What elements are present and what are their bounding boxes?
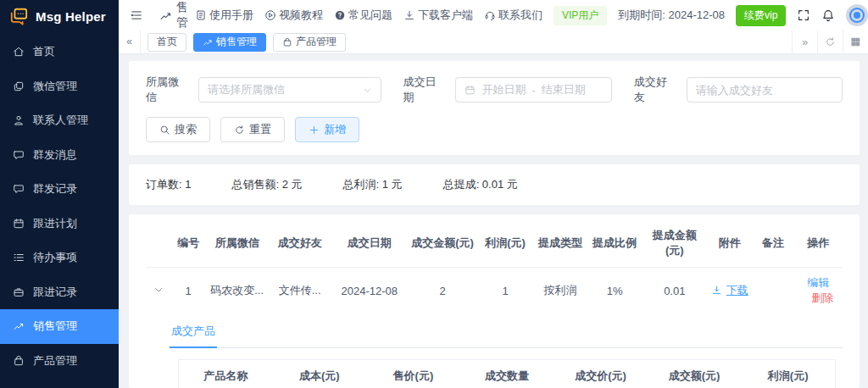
headset-icon — [484, 9, 496, 21]
stats-card: 订单数: 1 总销售额: 2 元 总利润: 1 元 总提成: 0.01 元 — [129, 164, 860, 205]
sidebar-item-label: 联系人管理 — [33, 113, 88, 128]
link-video-tutorial[interactable]: 视频教程 — [264, 8, 323, 23]
tabs-layout-grid-icon[interactable] — [843, 30, 868, 53]
link-label: 联系我们 — [498, 8, 542, 23]
link-manual[interactable]: 使用手册 — [195, 8, 253, 23]
header-operations: 操作 — [793, 218, 843, 268]
tabs-refresh-icon[interactable] — [817, 30, 843, 53]
tabbar: « 首页 销售管理 产品管理 » — [119, 30, 868, 54]
sidebar-item-label: 首页 — [33, 44, 55, 59]
download-label: 下载 — [726, 283, 748, 298]
manual-book-icon — [195, 9, 207, 21]
link-download-client[interactable]: 下载客户端 — [403, 8, 473, 23]
link-faq[interactable]: 常见问题 — [334, 8, 392, 23]
logo-chat-icon — [8, 7, 29, 25]
header-date: 成交日期 — [331, 218, 408, 268]
tab-sales[interactable]: 销售管理 — [193, 33, 266, 52]
app-title: Msg Helper — [36, 9, 106, 24]
sidebar-item-label: 待办事项 — [33, 250, 77, 265]
header-expand — [146, 218, 171, 268]
add-button[interactable]: 新增 — [295, 117, 359, 142]
sidebar-item-todo[interactable]: 待办事项 — [0, 241, 119, 275]
reset-icon — [234, 125, 245, 136]
sub-header-profit: 利润(元) — [741, 360, 835, 388]
sidebar-item-bulk-message[interactable]: 群发消息 — [0, 138, 119, 173]
expand-row-icon[interactable] — [153, 285, 164, 295]
cell-profit: 1 — [477, 268, 533, 314]
link-label: 常见问题 — [348, 8, 392, 23]
friend-input[interactable] — [696, 84, 833, 97]
cell-friend: 文件传... — [269, 268, 331, 314]
user-avatar[interactable] — [846, 4, 868, 26]
sidebar-item-wechat[interactable]: 微信管理 — [0, 69, 119, 104]
contacts-icon — [13, 114, 25, 126]
sub-header-deal-amount: 成交额(元) — [648, 360, 742, 388]
sidebar-item-products[interactable]: 产品管理 — [0, 344, 119, 379]
collapse-menu-icon[interactable] — [129, 9, 144, 21]
search-button-label: 搜索 — [175, 122, 197, 137]
reset-button[interactable]: 重置 — [220, 117, 285, 142]
subtable-header-row: 产品名称 成本(元) 售价(元) 成交数量 成交价(元) 成交额(元) 利润(元… — [179, 360, 835, 388]
download-attachment-link[interactable]: 下载 — [711, 283, 748, 298]
tabs-scroll-right-icon[interactable]: » — [792, 30, 817, 53]
date-separator: - — [531, 84, 535, 97]
tab-home[interactable]: 首页 — [147, 33, 186, 52]
tab-products[interactable]: 产品管理 — [273, 33, 346, 52]
renew-vip-button[interactable]: 续费vip — [736, 5, 786, 26]
sub-header-deal-price: 成交价(元) — [554, 360, 648, 388]
sidebar-item-label: 微信管理 — [33, 79, 77, 94]
friend-input-box — [687, 77, 843, 103]
tab-chart-icon — [203, 37, 213, 47]
date-start-placeholder: 开始日期 — [481, 82, 526, 97]
delete-link[interactable]: 删除 — [811, 291, 833, 304]
main-area: 销售管理 使用手册 视频教程 常见问题 下载客户端 — [119, 0, 868, 388]
sidebar-item-home[interactable]: 首页 — [0, 35, 119, 69]
add-button-label: 新增 — [324, 122, 346, 137]
topbar: 销售管理 使用手册 视频教程 常见问题 下载客户端 — [119, 0, 868, 30]
header-commission-amount: 提成金额(元) — [642, 218, 707, 268]
search-button[interactable]: 搜索 — [146, 117, 210, 142]
sidebar-item-label: 跟进记录 — [33, 285, 77, 300]
notification-bell-icon[interactable] — [821, 8, 835, 22]
question-circle-icon — [334, 9, 346, 21]
cell-amount: 2 — [408, 268, 477, 314]
download-icon — [403, 9, 415, 21]
home-icon — [13, 46, 25, 58]
wechat-label: 所属微信 — [146, 75, 189, 105]
link-contact-us[interactable]: 联系我们 — [484, 8, 542, 23]
sub-header-product-name: 产品名称 — [179, 360, 273, 388]
sidebar-item-followup-record[interactable]: 跟进记录 — [0, 275, 119, 310]
tabs-scroll-left-icon[interactable]: « — [119, 30, 141, 53]
tab-bag-icon — [282, 37, 292, 47]
sidebar-item-contacts[interactable]: 联系人管理 — [0, 103, 119, 138]
sidebar-item-sales[interactable]: 销售管理 — [0, 309, 119, 344]
reset-button-label: 重置 — [249, 122, 271, 137]
cell-date: 2024-12-08 — [331, 268, 408, 314]
detail-tab-products[interactable]: 成交产品 — [170, 317, 217, 348]
fullscreen-icon[interactable] — [797, 8, 810, 22]
products-subtable: 产品名称 成本(元) 售价(元) 成交数量 成交价(元) 成交额(元) 利润(元… — [179, 360, 835, 388]
header-id: 编号 — [171, 218, 206, 268]
wechat-select[interactable]: 请选择所属微信 — [198, 77, 381, 103]
vip-badge: VIP用户 — [554, 6, 607, 25]
tab-label: 首页 — [157, 35, 177, 49]
chat-history-icon — [13, 183, 25, 195]
expanded-row-detail: 成交产品 产品名称 成本(元) 售价(元) 成交数量 成交价(元) — [170, 317, 843, 388]
date-range-picker[interactable]: 开始日期 - 结束日期 — [455, 77, 611, 103]
header-wechat: 所属微信 — [206, 218, 269, 268]
chevron-down-icon — [363, 86, 372, 95]
app-window: Msg Helper 首页 微信管理 联系人管理 群发消息 群发记录 — [0, 0, 868, 388]
sidebar-item-label: 产品管理 — [33, 353, 77, 369]
sub-header-price: 售价(元) — [366, 360, 460, 388]
filter-friend: 成交好友 — [634, 75, 843, 105]
sidebar-item-followup-plan[interactable]: 跟进计划 — [0, 207, 119, 241]
filter-buttons: 搜索 重置 新增 — [146, 117, 843, 142]
edit-link[interactable]: 编辑 — [807, 276, 829, 289]
tab-label: 产品管理 — [296, 35, 337, 49]
message-icon — [13, 149, 25, 161]
download-icon — [711, 285, 722, 296]
sidebar-item-bulk-record[interactable]: 群发记录 — [0, 172, 119, 207]
header-friend: 成交好友 — [269, 218, 331, 268]
sales-table-card: 编号 所属微信 成交好友 成交日期 成交金额(元) 利润(元) 提成类型 提成比… — [129, 214, 860, 388]
cell-id: 1 — [171, 268, 206, 314]
